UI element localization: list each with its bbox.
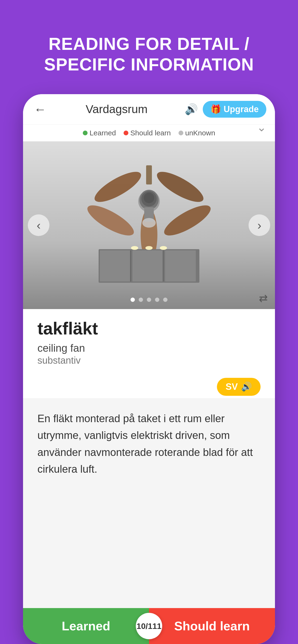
svg-point-5 (153, 166, 207, 207)
fan-image (23, 141, 275, 309)
svg-point-6 (87, 200, 138, 241)
counter-text: 10/111 (136, 622, 162, 631)
svg-rect-16 (132, 250, 163, 282)
should-learn-button[interactable]: Should learn (149, 608, 275, 644)
chevron-down-icon[interactable]: ⌄ (257, 120, 266, 134)
legend-unknown: unKnown (179, 129, 215, 137)
word-area: takfläkt ceiling fan substantiv (23, 309, 275, 373)
dot-3[interactable] (147, 298, 151, 302)
word-type: substantiv (37, 355, 261, 366)
next-arrow-icon: › (257, 218, 261, 232)
should-learn-dot (123, 130, 128, 135)
main-title: READING FOR DETAIL / SPECIFIC INFORMATIO… (44, 34, 254, 75)
legend-should-learn: Should learn (123, 129, 171, 137)
upgrade-gift-icon: 🎁 (210, 104, 221, 114)
phone-topbar: ← Vardagsrum 🔊 🎁 Upgrade (23, 94, 275, 124)
svg-point-21 (145, 246, 153, 250)
back-arrow-icon: ← (34, 102, 46, 116)
should-learn-button-label: Should learn (174, 619, 250, 633)
lang-code: SV (226, 382, 238, 392)
language-button[interactable]: SV 🔊 (217, 378, 261, 396)
description-area: En fläkt monterad på taket i ett rum ell… (23, 398, 275, 608)
bottom-buttons: Learned 10/111 Should learn (23, 608, 275, 644)
nav-title: Vardagsrum (86, 102, 147, 116)
word-main: takfläkt (37, 319, 261, 338)
should-learn-label: Should learn (130, 129, 171, 137)
dot-4[interactable] (155, 298, 159, 302)
svg-point-20 (131, 246, 138, 250)
dot-5[interactable] (163, 298, 168, 302)
counter-badge: 10/111 (136, 613, 162, 639)
dot-1[interactable] (130, 298, 135, 302)
unknown-label: unKnown (185, 129, 215, 137)
learned-dot (83, 130, 88, 135)
description-text: En fläkt monterad på taket i ett rum ell… (37, 410, 261, 478)
ceiling-fan-svg (87, 165, 211, 285)
svg-rect-17 (165, 250, 196, 282)
lang-row: SV 🔊 (23, 373, 275, 398)
svg-point-11 (144, 192, 154, 203)
header-area: READING FOR DETAIL / SPECIFIC INFORMATIO… (0, 0, 298, 94)
audio-icon[interactable]: 🔊 (185, 103, 198, 116)
image-next-button[interactable]: › (249, 214, 270, 236)
svg-point-22 (160, 246, 167, 250)
lang-speaker-icon: 🔊 (241, 382, 252, 392)
image-area: ‹ › ⇄ (23, 141, 275, 309)
upgrade-label: Upgrade (224, 104, 259, 114)
unknown-dot (179, 130, 183, 135)
learned-button-label: Learned (62, 619, 110, 633)
shuffle-icon[interactable]: ⇄ (259, 292, 268, 304)
svg-point-7 (160, 200, 211, 241)
legend-learned: Learned (83, 129, 116, 137)
svg-rect-15 (100, 250, 130, 282)
back-button[interactable]: ← (32, 101, 49, 118)
legend-bar: Learned Should learn unKnown ⌄ (23, 124, 275, 141)
prev-arrow-icon: ‹ (37, 218, 41, 232)
svg-rect-0 (146, 165, 152, 184)
image-prev-button[interactable]: ‹ (28, 214, 49, 236)
learned-label: Learned (89, 129, 116, 137)
svg-point-13 (142, 218, 156, 228)
svg-point-4 (91, 166, 145, 207)
learned-button[interactable]: Learned (23, 608, 149, 644)
phone-container: ← Vardagsrum 🔊 🎁 Upgrade Learned Should … (23, 94, 275, 644)
upgrade-button[interactable]: 🎁 Upgrade (203, 101, 266, 118)
image-dots (130, 298, 168, 302)
nav-right: 🔊 🎁 Upgrade (185, 101, 266, 118)
word-translation: ceiling fan (37, 342, 261, 354)
dot-2[interactable] (139, 298, 143, 302)
